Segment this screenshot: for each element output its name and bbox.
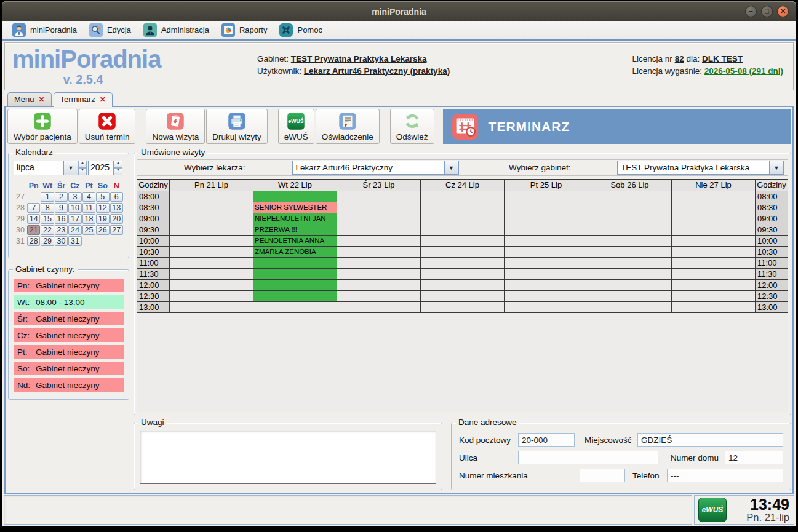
schedule-slot[interactable]: [672, 302, 756, 313]
schedule-slot[interactable]: [170, 258, 253, 269]
notes-textarea[interactable]: [140, 431, 436, 484]
calendar-day-18[interactable]: 18: [82, 214, 95, 224]
calendar-day-30[interactable]: 30: [55, 236, 68, 246]
calendar-day-29[interactable]: 29: [41, 236, 54, 246]
schedule-slot[interactable]: [588, 202, 672, 213]
calendar-day-15[interactable]: 15: [41, 214, 54, 224]
menu-item-edycja[interactable]: Edycja: [84, 22, 137, 38]
schedule-slot[interactable]: [337, 280, 421, 291]
schedule-slot[interactable]: [337, 213, 421, 224]
month-dropdown-icon[interactable]: ▼: [63, 161, 78, 175]
calendar-day-20[interactable]: 20: [110, 214, 123, 224]
schedule-slot[interactable]: NIEPEŁNOLETNI JAN: [253, 213, 337, 224]
tab-menu[interactable]: Menu✕: [7, 92, 52, 106]
schedule-slot[interactable]: [253, 269, 337, 280]
calendar-day-8[interactable]: 8: [41, 203, 54, 213]
schedule-slot[interactable]: [421, 213, 505, 224]
schedule-slot[interactable]: [170, 224, 253, 236]
schedule-slot[interactable]: [588, 236, 672, 247]
month-spinner[interactable]: ▲▼: [78, 161, 87, 175]
drukuj-wizyty-button[interactable]: Drukuj wizyty: [206, 109, 268, 144]
schedule-slot[interactable]: [505, 280, 588, 291]
calendar-day-13[interactable]: 13: [110, 203, 123, 213]
schedule-slot[interactable]: [672, 269, 756, 280]
schedule-slot[interactable]: [170, 213, 253, 224]
calendar-day-16[interactable]: 16: [55, 214, 68, 224]
schedule-slot[interactable]: [421, 258, 505, 269]
schedule-slot[interactable]: [588, 213, 672, 224]
schedule-slot[interactable]: [421, 302, 505, 313]
schedule-slot[interactable]: [672, 280, 756, 291]
schedule-slot[interactable]: [421, 191, 505, 202]
minimize-icon[interactable]: –: [745, 6, 757, 17]
tab-terminarz[interactable]: Terminarz✕: [54, 92, 113, 107]
month-select[interactable]: lipca: [14, 161, 63, 175]
year-spinner[interactable]: ▲▼: [114, 161, 122, 175]
calendar-day-26[interactable]: 26: [96, 225, 109, 235]
schedule-slot[interactable]: [588, 291, 672, 302]
calendar-day-11[interactable]: 11: [82, 203, 95, 213]
schedule-slot[interactable]: [170, 236, 253, 247]
schedule-slot[interactable]: [588, 269, 672, 280]
schedule-slot[interactable]: [672, 236, 756, 247]
office-combobox[interactable]: TEST Prywatna Praktyka Lekarska: [617, 161, 770, 175]
doctor-combobox[interactable]: Lekarz Artur46 Praktyczny: [292, 161, 445, 175]
calendar-day-27[interactable]: 27: [110, 225, 123, 235]
schedule-slot[interactable]: [505, 191, 588, 202]
calendar-day-5[interactable]: 5: [96, 192, 109, 202]
schedule-slot[interactable]: [253, 302, 337, 313]
calendar-day-28[interactable]: 28: [27, 236, 40, 246]
schedule-slot[interactable]: [421, 291, 505, 302]
schedule-slot[interactable]: [170, 291, 253, 302]
schedule-slot[interactable]: [337, 269, 421, 280]
ewu-button[interactable]: eWUŚeWUŚ: [278, 109, 314, 144]
schedule-slot[interactable]: [672, 202, 756, 213]
schedule-slot[interactable]: [337, 224, 421, 236]
schedule-slot[interactable]: [505, 258, 588, 269]
calendar-day-9[interactable]: 9: [55, 203, 68, 213]
schedule-slot[interactable]: [505, 236, 588, 247]
menu-item-pomoc[interactable]: Pomoc: [274, 22, 327, 38]
schedule-slot[interactable]: [421, 269, 505, 280]
schedule-slot[interactable]: PRZERWA !!!: [253, 224, 337, 236]
year-field[interactable]: 2025: [88, 161, 114, 175]
schedule-slot[interactable]: [337, 236, 421, 247]
o-wiadczenie-button[interactable]: Oświadczenie: [316, 109, 380, 144]
schedule-slot[interactable]: ZMARŁA ZENOBIA: [253, 247, 337, 258]
calendar-day-21[interactable]: 21: [27, 225, 40, 235]
schedule-slot[interactable]: [170, 269, 253, 280]
schedule-slot[interactable]: [170, 247, 253, 258]
calendar-day-22[interactable]: 22: [41, 225, 54, 235]
schedule-slot[interactable]: [588, 191, 672, 202]
od-wie-button[interactable]: Odśwież: [390, 109, 434, 144]
chevron-down-icon[interactable]: ▼: [445, 161, 459, 175]
schedule-slot[interactable]: [505, 291, 588, 302]
schedule-slot[interactable]: [170, 280, 253, 291]
schedule-slot[interactable]: [337, 202, 421, 213]
apartment-input[interactable]: [580, 469, 625, 482]
schedule-slot[interactable]: [170, 202, 253, 213]
schedule-slot[interactable]: [421, 224, 505, 236]
calendar-day-25[interactable]: 25: [82, 225, 95, 235]
schedule-slot[interactable]: [672, 258, 756, 269]
tab-close-icon[interactable]: ✕: [39, 95, 45, 104]
schedule-slot[interactable]: [588, 258, 672, 269]
schedule-slot[interactable]: [253, 280, 337, 291]
house-input[interactable]: [725, 451, 783, 464]
schedule-slot[interactable]: [588, 280, 672, 291]
schedule-slot[interactable]: PEŁNOLETNIA ANNA: [253, 236, 337, 247]
calendar-day-14[interactable]: 14: [27, 214, 40, 224]
schedule-slot[interactable]: [672, 191, 756, 202]
schedule-slot[interactable]: [337, 291, 421, 302]
schedule-slot[interactable]: [253, 191, 337, 202]
schedule-slot[interactable]: [505, 224, 588, 236]
schedule-slot[interactable]: [672, 291, 756, 302]
schedule-slot[interactable]: [672, 213, 756, 224]
schedule-slot[interactable]: [253, 291, 337, 302]
schedule-slot[interactable]: [588, 302, 672, 313]
schedule-slot[interactable]: [421, 247, 505, 258]
calendar-day-10[interactable]: 10: [68, 203, 81, 213]
schedule-slot[interactable]: [170, 191, 253, 202]
menu-item-miniporadnia[interactable]: miniPoradnia: [7, 22, 82, 38]
phone-input[interactable]: [667, 469, 783, 482]
